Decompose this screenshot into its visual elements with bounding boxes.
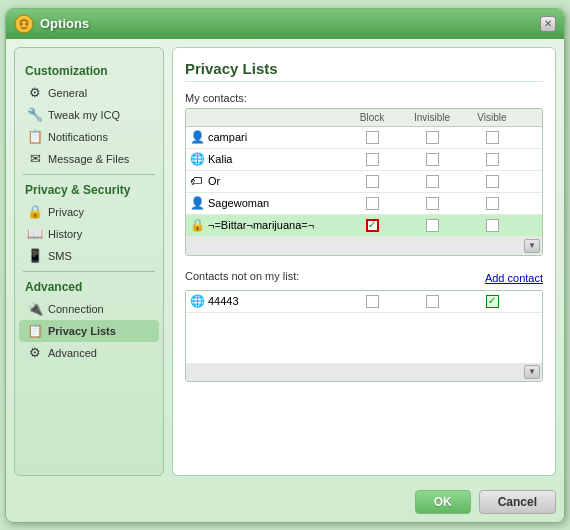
table-header: Block Invisible Visible [186,109,542,127]
table-row-highlighted: 🔒 ¬=Bittar¬marijuana=¬ [186,215,542,237]
sidebar-item-general[interactable]: ⚙ General [19,82,159,104]
invisible-checkbox[interactable] [426,295,439,308]
bottom-buttons: OK Cancel [6,484,564,522]
options-window: Options ✕ Customization ⚙ General 🔧 Twea… [5,8,565,523]
contact-avatar-icon: 🏷 [190,174,204,188]
not-on-list-section: Contacts not on my list: Add contact 🌐 4… [185,270,543,390]
sidebar-item-privacy[interactable]: 🔒 Privacy [19,201,159,223]
scroll-down-button[interactable]: ▼ [524,239,540,253]
invisible-checkbox[interactable] [426,131,439,144]
cancel-button[interactable]: Cancel [479,490,556,514]
visible-checkbox[interactable] [486,197,499,210]
options-icon [14,14,34,34]
scroll-down-button-2[interactable]: ▼ [524,365,540,379]
sidebar-item-label: Privacy [48,206,84,218]
sidebar-item-label: General [48,87,87,99]
contacts-table-container: Block Invisible Visible 👤 campari [185,108,543,256]
privacy-section-title: Privacy & Security [19,179,159,201]
contact-name: ¬=Bittar¬marijuana=¬ [208,219,314,231]
advanced-section-title: Advanced [19,276,159,298]
table-row: 🌐 Kalia [186,149,542,171]
contact-name-cell: 👤 Sagewoman [186,194,342,212]
visible-checkbox[interactable] [486,219,499,232]
sidebar-item-connection[interactable]: 🔌 Connection [19,298,159,320]
not-on-list-table-container: 🌐 44443 [185,290,543,382]
invisible-checkbox[interactable] [426,197,439,210]
table-row: 🏷 Or [186,171,542,193]
sidebar-item-notifications[interactable]: 📋 Notifications [19,126,159,148]
notifications-icon: 📋 [27,129,43,145]
visible-checkbox-checked[interactable] [486,295,499,308]
connection-icon: 🔌 [27,301,43,317]
close-button[interactable]: ✕ [540,16,556,32]
contact-avatar-icon: 👤 [190,196,204,210]
visible-checkbox[interactable] [486,153,499,166]
visible-checkbox-cell [462,153,522,166]
sidebar-item-sms[interactable]: 📱 SMS [19,245,159,267]
sidebar-item-label: Message & Files [48,153,129,165]
block-checkbox-cell [342,197,402,210]
add-contact-link[interactable]: Add contact [485,272,543,284]
svg-point-2 [26,22,29,25]
contact-name: 44443 [208,295,239,307]
not-on-list-label: Contacts not on my list: [185,270,299,282]
block-checkbox[interactable] [366,131,379,144]
visible-checkbox-cell [462,295,522,308]
block-checkbox[interactable] [366,153,379,166]
sidebar-item-tweak[interactable]: 🔧 Tweak my ICQ [19,104,159,126]
sidebar-item-label: Tweak my ICQ [48,109,120,121]
block-checkbox-cell [342,175,402,188]
window-body: Customization ⚙ General 🔧 Tweak my ICQ 📋… [6,39,564,484]
ok-button[interactable]: OK [415,490,471,514]
visible-checkbox[interactable] [486,131,499,144]
invisible-checkbox-cell [402,295,462,308]
advanced-icon: ⚙ [27,345,43,361]
contact-avatar-icon: 🌐 [190,294,204,308]
visible-checkbox-cell [462,219,522,232]
not-on-list-row: 🌐 44443 [186,291,542,313]
contact-avatar-icon: 🔒 [190,218,204,232]
contact-name: Sagewoman [208,197,269,209]
block-checkbox-cell [342,153,402,166]
sidebar-item-label: SMS [48,250,72,262]
empty-space [186,313,542,363]
visible-checkbox[interactable] [486,175,499,188]
sidebar-item-privacy-lists[interactable]: 📋 Privacy Lists [19,320,159,342]
svg-point-0 [15,15,33,33]
contact-name-cell: 🌐 Kalia [186,150,342,168]
invisible-checkbox-cell [402,219,462,232]
invisible-checkbox-cell [402,153,462,166]
block-checkbox-checked[interactable] [366,219,379,232]
block-checkbox[interactable] [366,175,379,188]
scroll-down-row-2: ▼ [186,363,542,381]
contact-avatar-icon: 🌐 [190,152,204,166]
contact-name: Or [208,175,220,187]
sidebar-item-label: Advanced [48,347,97,359]
contact-name-cell: 👤 campari [186,128,342,146]
title-bar: Options ✕ [6,9,564,39]
sidebar: Customization ⚙ General 🔧 Tweak my ICQ 📋… [14,47,164,476]
block-checkbox[interactable] [366,197,379,210]
block-checkbox-cell [342,131,402,144]
invisible-checkbox[interactable] [426,219,439,232]
history-icon: 📖 [27,226,43,242]
invisible-checkbox-cell [402,131,462,144]
visible-checkbox-cell [462,131,522,144]
sidebar-item-label: History [48,228,82,240]
scroll-down-row: ▼ [186,237,542,255]
block-checkbox[interactable] [366,295,379,308]
sidebar-item-label: Privacy Lists [48,325,116,337]
sidebar-item-history[interactable]: 📖 History [19,223,159,245]
privacy-icon: 🔒 [27,204,43,220]
invisible-checkbox[interactable] [426,175,439,188]
sidebar-item-message-files[interactable]: ✉ Message & Files [19,148,159,170]
sidebar-item-advanced[interactable]: ⚙ Advanced [19,342,159,364]
contact-name-cell: 🔒 ¬=Bittar¬marijuana=¬ [186,216,342,234]
contacts-label: My contacts: [185,92,543,104]
sidebar-item-label: Notifications [48,131,108,143]
visible-checkbox-cell [462,175,522,188]
invisible-checkbox[interactable] [426,153,439,166]
contact-name: Kalia [208,153,232,165]
not-on-list-header: Contacts not on my list: Add contact [185,270,543,286]
privacy-lists-icon: 📋 [27,323,43,339]
